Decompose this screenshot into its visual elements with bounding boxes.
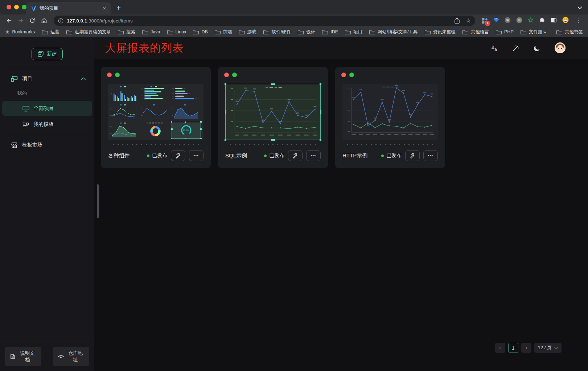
share-icon[interactable] <box>454 17 460 24</box>
extensions-puzzle-icon[interactable] <box>539 17 545 25</box>
tab-title: 我的项目 <box>40 5 98 12</box>
reload-icon[interactable] <box>27 16 38 26</box>
bookmark-folder[interactable]: 前端 <box>215 29 232 35</box>
bookmark-folder[interactable]: 近期需要读的文章 <box>66 29 111 35</box>
bookmark-folder[interactable]: 项目 <box>345 29 362 35</box>
browser-menu-icon[interactable]: ⋮ <box>573 17 584 24</box>
bookmark-folder[interactable]: 运营 <box>42 29 59 35</box>
goview-app: 新建 项目 我的 <box>0 37 588 371</box>
sidebar-item-my-templates[interactable]: 我的模板 <box>0 117 94 132</box>
prev-page-button[interactable]: ‹ <box>495 343 505 353</box>
bookmark-folder[interactable]: IDE <box>322 29 338 34</box>
project-card[interactable]: 25.00% 各种组件 已发布 <box>101 67 211 168</box>
chart-legend <box>266 87 281 88</box>
tab-close-icon[interactable]: × <box>102 5 107 11</box>
next-page-button[interactable]: › <box>521 343 531 353</box>
card-name: 各种组件 <box>108 152 130 159</box>
back-icon[interactable] <box>4 16 15 26</box>
sidebar-item-template-market[interactable]: 模板市场 <box>0 137 94 153</box>
folder-icon <box>425 30 431 34</box>
bookmark-folder[interactable]: 设计 <box>298 29 315 35</box>
card-preview-line-chart-selected[interactable] <box>225 84 321 140</box>
chevron-up-icon[interactable] <box>81 77 86 80</box>
tab-strip: 我的项目 × + <box>0 0 588 15</box>
card-preview-line-chart[interactable] <box>342 84 438 140</box>
browser-tab[interactable]: 我的项目 × <box>26 2 111 15</box>
magic-wand-icon[interactable] <box>512 44 519 52</box>
extension-green-star-icon[interactable] <box>528 17 534 24</box>
new-project-button[interactable]: 新建 <box>32 48 63 60</box>
project-card[interactable]: SQL示例 已发布 ••• <box>218 67 328 168</box>
extension-grid-icon[interactable]: 9 <box>482 18 488 24</box>
language-icon[interactable]: 文A <box>490 44 498 52</box>
repo-button[interactable]: </> 仓库地址 <box>53 347 89 366</box>
more-actions-button[interactable]: ••• <box>423 150 438 161</box>
edit-project-button[interactable] <box>171 150 185 161</box>
docs-button[interactable]: 说明文档 <box>5 347 41 366</box>
extension-gem-icon[interactable] <box>493 17 499 24</box>
bookmarks-overflow-icon[interactable]: » <box>543 29 546 35</box>
edit-project-button[interactable] <box>288 150 303 161</box>
bookmark-folder[interactable]: 资讯未整理 <box>425 29 456 35</box>
folder-icon <box>193 30 199 34</box>
other-bookmarks[interactable]: 其他书签 <box>556 29 583 35</box>
bookmark-folder[interactable]: 其他语言 <box>462 29 489 35</box>
tab-search-chevron-icon[interactable] <box>577 4 582 11</box>
pagination: ‹ 1 › 12 / 页 <box>495 343 562 353</box>
card-preview-widgets[interactable]: 25.00% <box>108 84 203 140</box>
bookmark-folder[interactable]: 文件服务器 <box>521 29 542 35</box>
extension-recorder-icon[interactable] <box>516 17 522 25</box>
folder-icon <box>118 30 124 34</box>
bookmark-folder-label: 搜索 <box>126 29 135 35</box>
current-page-button[interactable]: 1 <box>508 343 518 353</box>
bookmark-folder[interactable]: 软件/硬件 <box>263 29 291 35</box>
minimize-window-button[interactable] <box>14 5 19 9</box>
sidebar-section-project[interactable]: 项目 <box>0 71 94 86</box>
sidebar: 新建 项目 我的 <box>0 37 94 371</box>
profile-emoji-icon[interactable] <box>562 17 569 25</box>
sidebar-section-project-label: 项目 <box>22 75 32 82</box>
extension-command-icon[interactable]: ⌘ <box>505 17 511 25</box>
zoom-window-button[interactable] <box>22 5 26 9</box>
more-actions-button[interactable]: ••• <box>306 150 321 161</box>
bookmark-folder[interactable]: PHP <box>496 29 514 34</box>
bookmark-folder[interactable]: 搜索 <box>118 29 135 35</box>
bookmark-folder[interactable]: Java <box>142 29 160 34</box>
folder-icon <box>167 30 173 34</box>
bookmarks-list: 运营近期需要读的文章搜索JavaLinuxDB前端游戏软件/硬件设计IDE项目网… <box>42 29 542 35</box>
document-icon <box>10 354 15 359</box>
address-actions: ☆ <box>454 17 471 24</box>
bookmark-folder[interactable]: Linux <box>167 29 186 34</box>
new-project-label: 新建 <box>47 51 57 57</box>
sidebar-item-all-projects[interactable]: 全部项目 <box>2 101 92 116</box>
bookmark-folder-label: Linux <box>176 29 186 34</box>
green-dot <box>232 73 237 77</box>
side-panel-icon[interactable] <box>551 17 557 25</box>
site-info-icon[interactable] <box>58 18 63 24</box>
bookmark-folder[interactable]: 游戏 <box>239 29 256 35</box>
dark-mode-moon-icon[interactable] <box>533 44 541 52</box>
folder-icon <box>462 30 468 34</box>
address-bar[interactable]: 127.0.0.1:3000/#/project/items ☆ <box>54 16 475 26</box>
svg-text:A: A <box>494 48 497 52</box>
new-tab-button[interactable]: + <box>113 3 124 13</box>
bookmark-root[interactable]: ★ Bookmarks <box>5 29 35 34</box>
mini-bar-chart <box>110 86 139 102</box>
bookmark-page-icon[interactable]: ☆ <box>466 18 471 24</box>
user-avatar[interactable] <box>555 42 566 53</box>
home-icon[interactable] <box>38 16 49 26</box>
forward-icon[interactable] <box>15 16 26 26</box>
scrollbar-thumb[interactable] <box>97 184 99 218</box>
status-dot-icon <box>264 154 267 157</box>
bookmark-folder-label: IDE <box>330 29 338 34</box>
bookmark-folder-label: 文件服务器 <box>529 29 542 35</box>
bookmark-folder[interactable]: 网站/博客/文章/工具 <box>369 29 418 35</box>
project-card[interactable]: HTTP示例 已发布 ••• <box>335 67 445 168</box>
edit-project-button[interactable] <box>405 150 420 161</box>
template-icon <box>22 121 29 128</box>
bookmark-folder[interactable]: DB <box>193 29 207 34</box>
close-window-button[interactable] <box>7 5 11 9</box>
status-dot-icon <box>147 154 149 157</box>
more-actions-button[interactable]: ••• <box>189 150 203 161</box>
page-size-select[interactable]: 12 / 页 <box>534 343 562 353</box>
